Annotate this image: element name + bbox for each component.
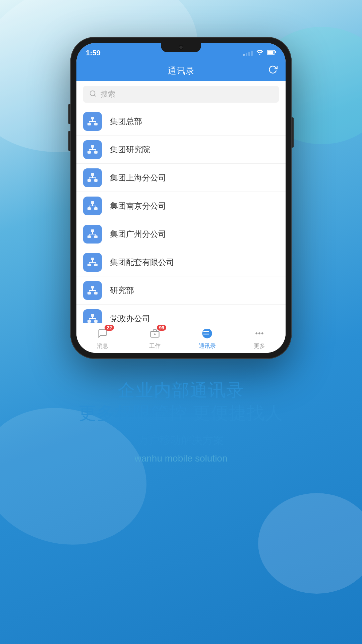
tab-label-work: 工作 bbox=[149, 342, 161, 350]
tab-label-more: 更多 bbox=[254, 342, 265, 350]
bottom-section: 企业内部通讯录 更多权限管控 更便捷找人 万户移动解决方案 wanhu mobi… bbox=[79, 379, 283, 464]
wifi-icon bbox=[256, 50, 263, 56]
tab-work[interactable]: 99 工作 bbox=[129, 323, 181, 353]
brand-en: wanhu mobile solution bbox=[134, 453, 227, 464]
org-icon bbox=[83, 197, 102, 215]
svg-rect-38 bbox=[87, 235, 91, 238]
list-item[interactable]: 集团上海分公司 bbox=[76, 164, 286, 192]
list-item-label: 集团南京分公司 bbox=[110, 201, 166, 211]
volume-up-button bbox=[68, 104, 70, 124]
power-button bbox=[292, 117, 294, 148]
list-item-label: 集团总部 bbox=[110, 116, 142, 127]
brand-cn: 万户移动解决方案 bbox=[138, 433, 224, 448]
svg-rect-1 bbox=[267, 51, 274, 54]
page-title: 通讯录 bbox=[168, 65, 195, 77]
phone-mockup: 1:59 bbox=[70, 37, 292, 359]
svg-rect-46 bbox=[94, 264, 98, 266]
org-icon bbox=[83, 253, 102, 272]
phone-notch bbox=[161, 43, 201, 52]
tab-messages[interactable]: 22 消息 bbox=[76, 323, 129, 353]
tab-more[interactable]: 更多 bbox=[233, 323, 286, 353]
list-item[interactable]: 集团研究院 bbox=[76, 136, 286, 164]
svg-point-86 bbox=[259, 333, 260, 334]
list-item-label: 集团研究院 bbox=[110, 144, 150, 155]
list-item[interactable]: 集团总部 bbox=[76, 107, 286, 136]
contacts-list: 集团总部 集团研究院 bbox=[76, 107, 286, 323]
tab-icon-contacts bbox=[200, 326, 215, 341]
svg-line-4 bbox=[94, 95, 96, 96]
search-container: 搜索 bbox=[76, 81, 286, 107]
svg-rect-18 bbox=[94, 151, 98, 154]
status-icons bbox=[243, 50, 276, 56]
tab-label-contacts: 通讯录 bbox=[199, 342, 216, 350]
svg-rect-60 bbox=[94, 320, 98, 323]
svg-rect-24 bbox=[87, 179, 91, 182]
org-icon bbox=[83, 168, 102, 187]
tab-bar: 22 消息 99 工作 通讯录 更多 bbox=[76, 323, 286, 353]
svg-rect-54 bbox=[91, 314, 94, 317]
svg-rect-59 bbox=[87, 320, 91, 323]
list-item-label: 集团广州分公司 bbox=[110, 229, 166, 239]
list-item[interactable]: 研究部 bbox=[76, 276, 286, 305]
svg-rect-11 bbox=[94, 123, 98, 125]
svg-rect-5 bbox=[91, 117, 94, 119]
svg-rect-32 bbox=[94, 207, 98, 210]
search-placeholder-text: 搜索 bbox=[101, 89, 115, 99]
tab-badge-work: 99 bbox=[157, 325, 166, 331]
svg-rect-40 bbox=[91, 258, 94, 260]
tab-icon-messages: 22 bbox=[95, 326, 110, 341]
list-item-label: 研究部 bbox=[110, 285, 134, 296]
status-time: 1:59 bbox=[86, 49, 101, 57]
org-icon bbox=[83, 225, 102, 244]
list-item-label: 集团配套有限公司 bbox=[110, 257, 174, 268]
svg-rect-47 bbox=[91, 286, 94, 288]
list-item-label: 集团上海分公司 bbox=[110, 172, 166, 183]
svg-rect-19 bbox=[91, 173, 94, 176]
svg-rect-10 bbox=[87, 123, 91, 125]
tab-contacts[interactable]: 通讯录 bbox=[181, 323, 233, 353]
tab-badge-messages: 22 bbox=[105, 325, 114, 331]
search-icon bbox=[89, 90, 97, 99]
svg-point-85 bbox=[256, 333, 257, 334]
svg-rect-26 bbox=[91, 201, 94, 204]
list-item[interactable]: 集团南京分公司 bbox=[76, 192, 286, 220]
list-item[interactable]: 党政办公司 bbox=[76, 305, 286, 323]
org-icon bbox=[83, 309, 102, 323]
svg-rect-39 bbox=[94, 235, 98, 238]
signal-icon bbox=[243, 51, 253, 56]
svg-rect-33 bbox=[91, 229, 94, 232]
org-icon bbox=[83, 112, 102, 131]
camera-dot bbox=[179, 45, 183, 50]
list-item[interactable]: 集团配套有限公司 bbox=[76, 248, 286, 276]
volume-down-button bbox=[68, 131, 70, 151]
svg-rect-45 bbox=[87, 264, 91, 266]
svg-rect-31 bbox=[87, 207, 91, 210]
svg-rect-53 bbox=[94, 292, 98, 294]
svg-rect-2 bbox=[275, 51, 276, 53]
org-icon bbox=[83, 140, 102, 159]
svg-rect-25 bbox=[94, 179, 98, 182]
svg-rect-52 bbox=[87, 292, 91, 294]
refresh-icon[interactable] bbox=[268, 65, 278, 77]
battery-icon bbox=[267, 50, 276, 56]
tab-label-messages: 消息 bbox=[97, 342, 108, 350]
list-item-label: 党政办公司 bbox=[110, 313, 150, 323]
svg-rect-17 bbox=[87, 151, 91, 154]
tab-icon-more bbox=[252, 326, 267, 341]
svg-rect-12 bbox=[91, 145, 94, 148]
org-icon bbox=[83, 281, 102, 300]
svg-point-87 bbox=[262, 333, 263, 334]
tagline-main: 企业内部通讯录 更多权限管控 更便捷找人 bbox=[79, 379, 283, 424]
search-bar[interactable]: 搜索 bbox=[83, 86, 279, 103]
tab-icon-work: 99 bbox=[147, 326, 162, 341]
header-bar: 通讯录 bbox=[76, 60, 286, 81]
svg-point-3 bbox=[90, 91, 95, 96]
list-item[interactable]: 集团广州分公司 bbox=[76, 220, 286, 248]
